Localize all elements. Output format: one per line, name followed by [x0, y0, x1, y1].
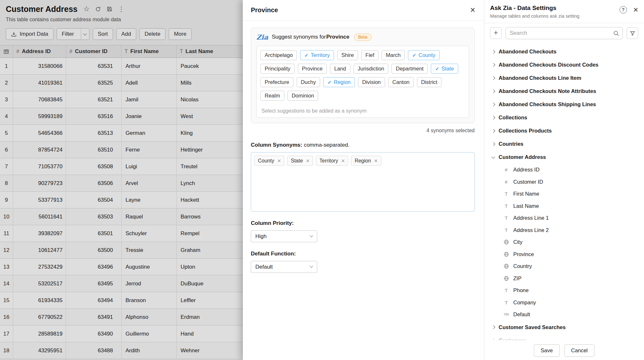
search-box[interactable] [506, 27, 623, 39]
synonym-suggestion-chip[interactable]: ✓ Prefecture [260, 77, 293, 87]
synonym-suggestion-chip[interactable]: ✓ District [417, 77, 441, 87]
chevron-down-icon [309, 264, 313, 267]
tree-table-item[interactable]: Abandoned Checkouts Discount Codes [484, 58, 644, 71]
chevron-down-icon [309, 233, 313, 237]
tree-column-item[interactable]: T First Name [484, 188, 644, 200]
synonym-suggestion-chip[interactable]: ✓ County [408, 50, 440, 60]
tree-column-item[interactable]: T Last Name [484, 200, 644, 212]
synonym-suggestion-chip[interactable]: ✓ Canton [388, 77, 414, 87]
tree-column-item[interactable]: ZIP [484, 272, 644, 285]
tree-column-item[interactable]: T Phone [484, 284, 644, 297]
remove-tag-icon[interactable]: × [306, 158, 310, 164]
tree-table-item[interactable]: Customer Address [484, 151, 644, 164]
tree-column-item[interactable]: # Address ID [484, 164, 644, 176]
search-input[interactable] [510, 30, 613, 36]
suggest-heading: Suggest synonyms forProvince [272, 34, 349, 40]
chevron-icon [491, 142, 495, 146]
tree-column-item[interactable]: T Address Line 1 [484, 212, 644, 224]
column-priority-select[interactable]: High [251, 230, 317, 242]
check-icon: ✓ [304, 52, 308, 58]
synonym-tag: County × [254, 156, 284, 166]
synonym-suggestion-chip[interactable]: ✓ Land [330, 64, 350, 74]
synonym-suggestion-chip[interactable]: ✓ Division [358, 77, 385, 87]
text-column-icon: T [503, 288, 509, 293]
synonym-suggestion-chip[interactable]: ✓ March [382, 50, 405, 60]
synonym-suggestion-chip[interactable]: ✓ Dominion [288, 91, 318, 101]
synonym-suggestion-chip[interactable]: ✓ Archipelago [260, 50, 297, 60]
chevron-icon [491, 155, 495, 159]
tree-table-item[interactable]: Collections Products [484, 124, 644, 137]
synonym-tag: State × [287, 156, 313, 166]
synonyms-selected-count: 4 synonyms selected [251, 128, 475, 134]
tree-column-item[interactable]: Province [484, 248, 644, 261]
synonym-chip-list: ✓ Archipelago ✓ Territory ✓ Shire ✓ Fief… [260, 50, 465, 101]
tree-table-item[interactable]: Collections [484, 111, 644, 124]
geo-column-icon [503, 263, 509, 269]
tree-column-item[interactable]: Y/N Default [484, 309, 644, 321]
tree-column-item[interactable]: Country [484, 260, 644, 272]
tree-table-item[interactable]: Abandoned Checkouts Shipping Lines [484, 98, 644, 111]
tree-table-item[interactable]: Countries [484, 137, 644, 151]
filter-tables-button[interactable] [627, 27, 638, 39]
tree-column-item[interactable]: T Company [484, 297, 644, 309]
text-column-icon: T [503, 300, 509, 305]
panel-title: Ask Zia - Data Settings [490, 4, 638, 12]
synonym-suggestion-chip[interactable]: ✓ Province [298, 64, 327, 74]
help-icon[interactable]: ? [620, 6, 627, 14]
tree-column-item[interactable]: # Customer ID [484, 176, 644, 188]
tree-table-item[interactable]: Customer Saved Searches [484, 321, 644, 334]
geo-column-icon [503, 276, 509, 281]
search-icon [613, 30, 619, 36]
tree-table-item[interactable]: Abandoned Checkouts Note Attributes [484, 85, 644, 98]
chevron-icon [491, 103, 495, 106]
panel-close-icon[interactable]: × [633, 5, 638, 14]
tree-column-item[interactable]: City [484, 236, 644, 248]
synonym-tag: Territory × [316, 156, 348, 166]
synonym-suggestion-chip[interactable]: ✓ Jurisdiction [354, 64, 389, 74]
cancel-button[interactable]: Cancel [564, 344, 594, 357]
tree-column-item[interactable]: T Address Line 2 [484, 224, 644, 236]
check-icon: ✓ [435, 66, 439, 72]
save-button[interactable]: Save [534, 344, 560, 357]
check-icon: ✓ [412, 52, 416, 58]
synonym-suggestion-chip[interactable]: ✓ Shire [337, 50, 358, 60]
column-synonyms-label: Column Synonyms:comma-separated. [251, 142, 475, 148]
synonym-suggestion-chip[interactable]: ✓ Region [323, 77, 355, 87]
suggestions-placeholder: Select suggestions to be added as a syno… [260, 108, 465, 115]
column-priority-value: High [255, 233, 267, 240]
chevron-icon [491, 63, 495, 67]
remove-tag-icon[interactable]: × [278, 158, 281, 164]
tree-table-item[interactable]: Abandoned Checkouts [484, 45, 644, 58]
synonym-tag: Region × [351, 156, 381, 166]
synonym-suggestion-chip[interactable]: ✓ State [431, 64, 458, 74]
geo-column-icon [503, 252, 509, 257]
default-function-select[interactable]: Default [251, 261, 317, 273]
panel-footer: Save Cancel [484, 341, 644, 360]
chevron-icon [491, 116, 495, 119]
text-column-icon: T [503, 215, 509, 221]
synonym-suggestion-chip[interactable]: ✓ Principality [260, 64, 295, 74]
column-settings-modal: Province × Zia Suggest synonyms forProvi… [243, 0, 484, 360]
modal-scrim[interactable] [0, 0, 243, 360]
boolean-column-icon: Y/N [503, 313, 509, 316]
number-column-icon: # [503, 167, 509, 172]
remove-tag-icon[interactable]: × [374, 158, 378, 164]
geo-column-icon [503, 239, 509, 245]
tree-table-item[interactable]: Abandoned Checkouts Line Item [484, 71, 644, 85]
plus-icon: + [494, 29, 498, 36]
check-icon: ✓ [327, 79, 332, 85]
synonym-suggestion-chip[interactable]: ✓ Fief [361, 50, 379, 60]
synonym-suggestion-chip[interactable]: ✓ Territory [300, 50, 334, 60]
synonym-suggestion-chip[interactable]: ✓ Realm [260, 91, 284, 101]
synonym-suggestion-chip[interactable]: ✓ Duchy [297, 77, 320, 87]
beta-badge: Beta [354, 33, 372, 41]
text-column-icon: T [503, 227, 509, 233]
remove-tag-icon[interactable]: × [341, 158, 345, 164]
number-column-icon: # [503, 179, 509, 185]
column-synonyms-input[interactable]: County × State × Territory × Region × [251, 152, 475, 212]
add-table-button[interactable]: + [490, 27, 502, 39]
modal-close-icon[interactable]: × [470, 6, 475, 14]
text-column-icon: T [503, 191, 509, 197]
synonym-suggestion-chip[interactable]: ✓ Department [392, 64, 428, 74]
chevron-icon [491, 50, 495, 53]
